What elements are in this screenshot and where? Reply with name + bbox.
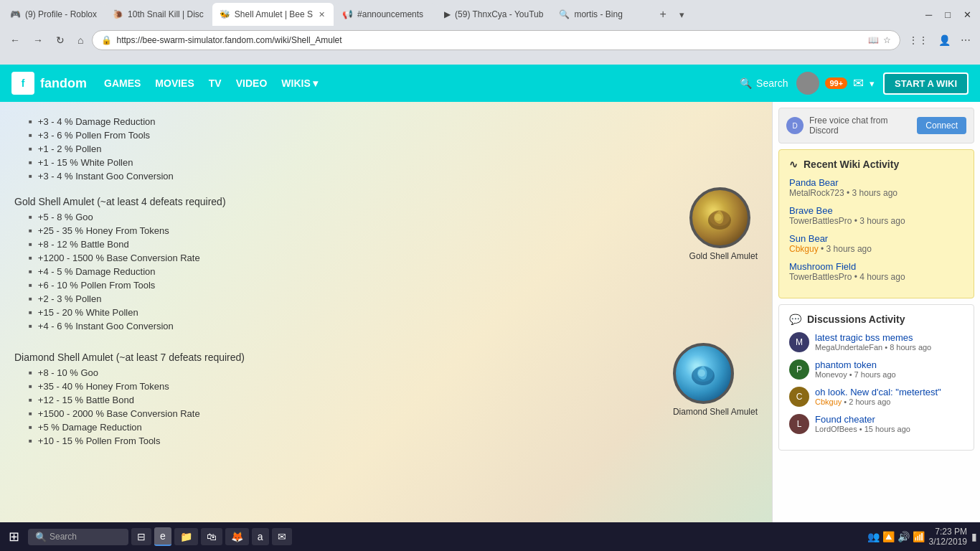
taskbar-folder-button[interactable]: 📁 — [174, 528, 198, 545]
tab-list-button[interactable]: ▾ — [674, 3, 690, 26]
gold-section-header: Gold Shell Amulet (~at least 4 defeats r… — [14, 196, 678, 207]
discord-connect-widget: D Free voice chat from Discord Connect — [778, 108, 974, 143]
discussion-item-1: M latest tragic bss memes MegaUndertaleF… — [789, 332, 963, 352]
maximize-button[interactable]: □ — [939, 8, 956, 22]
messages-chevron-icon: ▾ — [870, 78, 875, 89]
taskbar-amazon-button[interactable]: a — [252, 528, 269, 545]
taskbar-search-text: Search — [50, 532, 77, 542]
recent-wiki-activity: ∿ Recent Wiki Activity Panda Bear MetalR… — [778, 149, 974, 298]
tab-4[interactable]: 📢 #announcements — [335, 3, 435, 26]
diamond-stat-item: +8 - 10 % Goo — [29, 367, 661, 378]
minimize-button[interactable]: ─ — [920, 8, 938, 22]
extensions-button[interactable]: ⋮⋮ — [905, 32, 932, 48]
tab-1[interactable]: 🎮 (9) Profile - Roblox — [3, 3, 104, 26]
network-wifi-icon[interactable]: 📶 — [913, 531, 925, 542]
tab-3-title: Shell Amulet | Bee S — [235, 9, 313, 19]
discussion-title-4[interactable]: Found cheater — [815, 414, 963, 425]
tab-5[interactable]: ▶ (59) ThnxCya - YouTub — [437, 3, 550, 26]
taskbar-search[interactable]: 🔍 Search — [28, 529, 128, 545]
network-icon[interactable]: 🔼 — [882, 531, 895, 542]
wiki-link-panda-bear[interactable]: Panda Bear — [789, 177, 839, 188]
home-button[interactable]: ⌂ — [73, 32, 88, 49]
discord-connect-button[interactable]: Connect — [917, 117, 966, 134]
discussion-title-2[interactable]: phantom token — [815, 359, 963, 370]
stat-item: +1 - 2 % Pollen — [29, 143, 758, 154]
discord-text: Free voice chat from Discord — [809, 116, 911, 136]
stat-item: +3 - 6 % Pollen From Tools — [29, 130, 758, 141]
discussion-avatar-1: M — [789, 332, 809, 352]
taskbar-mail-button[interactable]: ✉ — [272, 528, 292, 545]
taskbar-firefox-button[interactable]: 🦊 — [225, 528, 249, 545]
user-avatar[interactable] — [796, 72, 819, 95]
discussion-avatar-4: L — [789, 414, 809, 434]
wiki-meta-2: TowerBattlesPro • 3 hours ago — [789, 216, 963, 226]
notification-badge[interactable]: 99+ — [825, 77, 847, 89]
diamond-section: Diamond Shell Amulet (~at least 7 defeat… — [14, 343, 758, 452]
discussion-title-1[interactable]: latest tragic bss memes — [815, 332, 963, 343]
bookmark-icon[interactable]: ☆ — [883, 35, 891, 45]
nav-tv[interactable]: TV — [209, 77, 222, 89]
wiki-meta-3: Cbkguy • 3 hours ago — [789, 244, 963, 254]
tab-2[interactable]: 🐌 10th Snail Kill | Disc — [105, 3, 211, 26]
user-profile-button[interactable]: 👤 — [935, 32, 954, 48]
tab-bar: 🎮 (9) Profile - Roblox 🐌 10th Snail Kill… — [0, 0, 980, 26]
fandom-logo[interactable]: f fandom — [11, 72, 87, 95]
wiki-meta-4: TowerBattlesPro • 4 hours ago — [789, 272, 963, 282]
wiki-link-sun-bear[interactable]: Sun Bear — [789, 233, 828, 244]
wiki-activity-item-4: Mushroom Field TowerBattlesPro • 4 hours… — [789, 261, 963, 282]
reload-button[interactable]: ↻ — [52, 32, 69, 49]
taskbar-store-button[interactable]: 🛍 — [201, 528, 222, 545]
diamond-amulet-label: Diamond Shell Amulet — [673, 407, 758, 417]
tab-3-close[interactable]: ✕ — [317, 9, 326, 21]
gold-stat-item: +4 - 5 % Damage Reduction — [29, 266, 678, 277]
security-icon: 🔒 — [101, 35, 112, 45]
nav-movies[interactable]: MOVIES — [155, 77, 194, 89]
address-icons: 📖 ☆ — [868, 35, 891, 45]
tab-5-title: (59) ThnxCya - YouTub — [455, 9, 543, 19]
close-button[interactable]: ✕ — [958, 8, 977, 22]
stat-item: +3 - 4 % Instant Goo Conversion — [29, 171, 758, 182]
taskbar-explorer-button[interactable]: e — [154, 527, 171, 546]
messages-icon[interactable]: ✉ — [853, 75, 864, 91]
wiki-activity-header: ∿ Recent Wiki Activity — [789, 159, 963, 170]
discussion-title-3[interactable]: oh look. New d'cal: "metertest" — [815, 387, 963, 397]
nav-video[interactable]: VIDEO — [236, 77, 268, 89]
diamond-stat-item: +35 - 40 % Honey From Tokens — [29, 381, 661, 392]
wiki-link-brave-bee[interactable]: Brave Bee — [789, 205, 833, 216]
fandom-user-area: 99+ ✉ ▾ — [796, 72, 875, 95]
stat-item: +1 - 15 % White Pollen — [29, 157, 758, 168]
back-button[interactable]: ← — [6, 32, 24, 49]
nav-wikis[interactable]: WIKIS ▾ — [281, 77, 317, 89]
taskbar-multitasking-button[interactable]: ⊟ — [131, 528, 151, 545]
browser-chrome: 🎮 (9) Profile - Roblox 🐌 10th Snail Kill… — [0, 0, 980, 65]
gold-stat-item: +6 - 10 % Pollen From Tools — [29, 280, 678, 291]
wiki-activity-icon: ∿ — [789, 159, 798, 170]
settings-button[interactable]: ⋯ — [957, 32, 974, 48]
diamond-stats-list: +8 - 10 % Goo +35 - 40 % Honey From Toke… — [14, 367, 661, 446]
content-area: +3 - 4 % Damage Reduction +3 - 6 % Polle… — [0, 102, 772, 525]
start-wiki-button[interactable]: START A WIKI — [883, 72, 969, 95]
forward-button[interactable]: → — [29, 32, 47, 49]
tab-1-title: (9) Profile - Roblox — [25, 9, 97, 19]
show-desktop-button[interactable]: ▮ — [971, 531, 977, 542]
address-bar[interactable]: 🔒 https://bee-swarm-simulator.fandom.com… — [92, 30, 900, 50]
tab-3[interactable]: 🐝 Shell Amulet | Bee S ✕ — [212, 3, 334, 26]
start-button[interactable]: ⊞ — [3, 526, 25, 547]
fandom-logo-icon: f — [11, 72, 34, 95]
diamond-stat-item: +1500 - 2000 % Base Conversion Rate — [29, 408, 661, 419]
tab-6[interactable]: 🔍 mortis - Bing — [552, 3, 652, 26]
diamond-section-header: Diamond Shell Amulet (~at least 7 defeat… — [14, 352, 661, 363]
wiki-activity-item-1: Panda Bear MetalRock723 • 3 hours ago — [789, 177, 963, 198]
volume-icon[interactable]: 🔊 — [897, 531, 910, 542]
discussion-meta-3: Cbkguy • 2 hours ago — [815, 397, 963, 406]
nav-games[interactable]: GAMES — [104, 77, 141, 89]
reader-mode-icon[interactable]: 📖 — [868, 35, 879, 45]
search-button[interactable]: 🔍 Search — [740, 77, 788, 89]
new-tab-button[interactable]: + — [654, 3, 672, 26]
user-accounts-icon[interactable]: 👥 — [867, 531, 880, 542]
svg-point-5 — [698, 369, 705, 377]
wiki-link-mushroom-field[interactable]: Mushroom Field — [789, 261, 856, 272]
taskbar-clock[interactable]: 7:23 PM 3/12/2019 — [929, 527, 967, 547]
discussion-content-3: oh look. New d'cal: "metertest" Cbkguy •… — [815, 387, 963, 406]
fandom-logo-text: fandom — [40, 76, 87, 91]
